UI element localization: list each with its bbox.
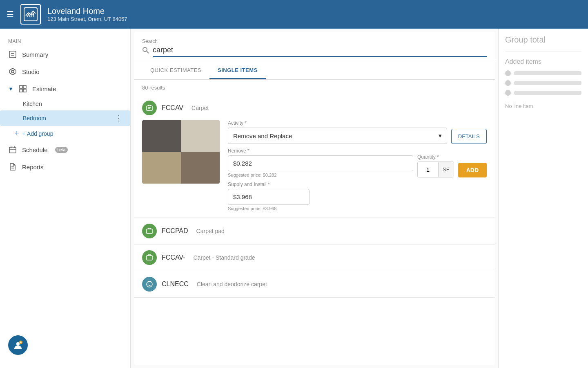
svg-rect-11 [9,147,16,153]
item-card-clnecc[interactable]: L CLNECC Clean and deodorize carpet [134,271,495,298]
item-clnecc-badge: L [142,277,157,292]
remove-label: Remove * [228,148,413,154]
sidebar-item-summary[interactable]: Summary [0,46,130,63]
menu-icon[interactable]: ☰ [7,9,14,19]
sidebar-reports-label: Reports [22,164,44,171]
supply-install-input[interactable] [228,189,310,205]
svg-rect-27 [147,256,152,260]
main-content: Search QUICK ESTIMATES SINGLE ITEMS [131,29,588,368]
item-card-fccpad[interactable]: FCCPAD Carpet pad [134,218,495,245]
details-button[interactable]: DETAILS [451,129,487,144]
svg-rect-7 [20,85,22,88]
app-subtitle: 123 Main Street, Orem, UT 84057 [47,16,127,22]
svg-point-17 [16,342,20,346]
sidebar-section-main: Main [0,35,130,46]
results-area: 80 results FCCAV Carpe [134,80,495,365]
summary-icon [8,50,17,59]
supply-install-suggested: Suggested price: $3.968 [228,206,487,211]
item-fccav-name: FCCAV [162,104,183,112]
search-icon [142,47,149,56]
tab-single-items[interactable]: SINGLE ITEMS [209,62,266,79]
sidebar: Main Summary Studio ▼ [0,29,131,368]
item-fccav-std-badge [142,250,157,265]
estimate-icon [18,84,27,93]
placeholder-line-1 [505,70,581,76]
add-group-button[interactable]: + + Add group [0,126,130,141]
svg-rect-9 [20,89,22,92]
item-fccav-badge [142,101,157,115]
main-layout: Main Summary Studio ▼ [0,29,588,368]
supply-install-label: Supply and Install * [228,182,487,187]
sidebar-sub-bedroom[interactable]: Bedroom ⋮ [0,110,130,126]
placeholder-dot-3 [505,90,511,96]
svg-marker-5 [9,68,16,75]
sidebar-sub-kitchen[interactable]: Kitchen [0,97,130,110]
added-items-title: Added items [505,58,581,65]
quantity-input[interactable] [418,162,438,177]
placeholder-bar-2 [514,81,581,85]
results-count: 80 results [134,80,495,94]
placeholder-dot-1 [505,70,511,76]
remove-suggested: Suggested price: $0.282 [228,173,413,177]
placeholder-line-3 [505,90,581,96]
swatch-2 [181,120,220,152]
kitchen-label: Kitchen [23,101,42,107]
item-fccpad-name: FCCPAD [162,227,188,235]
activity-select[interactable]: Remove and Replace ▾ [228,128,447,144]
add-button[interactable]: ADD [458,163,487,177]
item-fccpad-category: Carpet pad [196,228,225,234]
search-input[interactable] [153,46,487,57]
tab-quick-estimates[interactable]: QUICK ESTIMATES [142,62,209,79]
right-panel: Group total Added items No line item [498,29,588,368]
item-fccav-details: Activity * Remove and Replace ▾ DETAILS [228,120,487,211]
svg-rect-10 [23,89,26,92]
svg-line-22 [147,51,149,53]
svg-point-6 [11,70,14,73]
sidebar-studio-label: Studio [22,68,40,75]
item-fccav-std-category: Carpet - Standard grade [193,254,255,261]
item-fccav-category: Carpet [192,105,209,111]
sidebar-item-schedule[interactable]: Schedule beta [0,141,130,158]
placeholder-dot-2 [505,80,511,86]
activity-label: Activity * [228,120,487,126]
sidebar-summary-label: Summary [22,51,48,58]
sidebar-item-studio[interactable]: Studio [0,63,130,80]
add-group-label: + Add group [22,130,53,137]
item-clnecc-name: CLNECC [162,280,189,288]
bedroom-more-icon[interactable]: ⋮ [115,114,122,123]
item-card-fccav-std[interactable]: FCCAV- Carpet - Standard grade [134,245,495,271]
search-panel: Search QUICK ESTIMATES SINGLE ITEMS [134,32,495,365]
sidebar-estimate-label: Estimate [32,85,56,92]
item-fccav-image [142,120,220,184]
activity-value: Remove and Replace [233,132,292,139]
no-line-item-text: No line item [505,103,581,109]
svg-point-21 [143,47,147,52]
placeholder-bar-3 [514,91,581,95]
header-title: Loveland Home 123 Main Street, Orem, UT … [47,7,127,22]
placeholder-bar-1 [514,71,581,75]
sidebar-bottom [0,329,130,361]
item-clnecc-category: Clean and deodorize carpet [197,281,267,287]
tabs: QUICK ESTIMATES SINGLE ITEMS [134,62,495,80]
svg-rect-26 [147,229,152,233]
sidebar-item-estimate[interactable]: ▼ Estimate [0,80,130,97]
group-total-title: Group total [505,35,581,45]
reports-icon [8,162,17,171]
sidebar-schedule-label: Schedule [22,146,48,153]
add-icon: + [15,129,19,138]
item-fccav-std-name: FCCAV- [162,254,185,261]
svg-text:L: L [148,282,151,287]
logo: XR [20,4,41,25]
swatch-1 [142,120,181,152]
search-bar-area: Search [134,32,495,62]
quantity-input-row: SF [417,162,454,177]
header: ☰ XR Loveland Home 123 Main Street, Orem… [0,0,588,29]
quantity-label: Quantity * [417,154,454,160]
swatch-3 [142,152,181,184]
app-title: Loveland Home [47,7,127,16]
sidebar-item-reports[interactable]: Reports [0,158,130,175]
remove-price-input[interactable] [228,155,413,171]
schedule-icon [8,145,17,154]
bottom-action-icon[interactable] [8,335,28,355]
placeholder-line-2 [505,80,581,86]
